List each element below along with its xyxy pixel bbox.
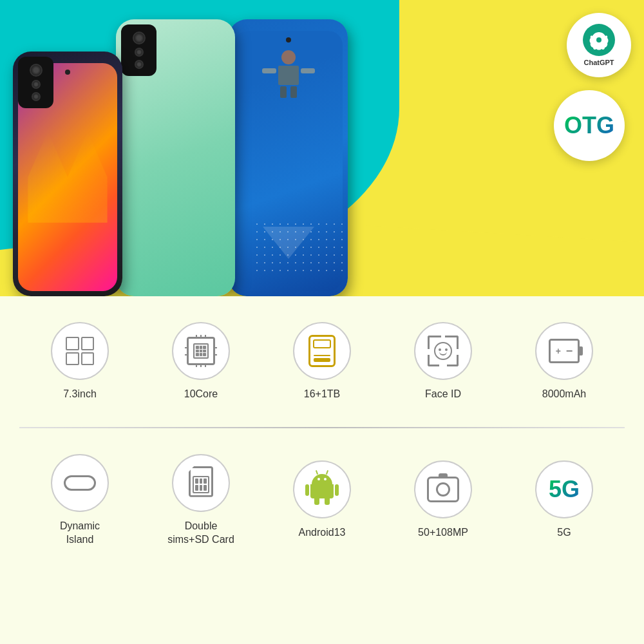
storage-mid-bar	[314, 355, 330, 356]
android-antenna-right	[326, 470, 328, 475]
screen-quad-bl	[66, 352, 79, 366]
char-legs	[280, 86, 297, 98]
phone-green	[116, 19, 235, 296]
core	[200, 346, 203, 349]
storage-label: 16+1TB	[304, 388, 340, 401]
camera-lens-3	[32, 92, 41, 101]
android-eye-left	[317, 478, 320, 480]
5g-icon: 5G	[549, 476, 580, 503]
sim-contact	[204, 478, 207, 484]
sim-contact	[200, 485, 203, 491]
char-leg-l	[280, 86, 287, 98]
pin	[196, 335, 197, 339]
char-arm-r	[301, 68, 315, 73]
android-arm-left	[305, 484, 309, 496]
cpu-pins-bottom	[194, 363, 208, 367]
feature-storage: 16+1TB	[261, 322, 383, 401]
phone-dark	[13, 52, 122, 296]
camera-lens-circle	[436, 482, 450, 497]
screen-size-label: 7.3inch	[63, 388, 97, 401]
otg-badge: OTG	[554, 90, 625, 161]
v-shape	[263, 227, 314, 259]
top-banner: ChatGPT OTG	[0, 0, 644, 296]
cpu-icon-circle	[172, 322, 230, 380]
chatgpt-label: ChatGPT	[583, 59, 614, 66]
features-row-2: Dynamic Island	[19, 441, 625, 560]
feature-double-sim: Double sims+SD Card	[140, 454, 261, 547]
camera-module-dark	[18, 57, 53, 108]
pin	[205, 335, 206, 339]
face-id-icon	[428, 336, 459, 366]
android-arm-right	[335, 484, 339, 496]
cpu-icon	[187, 337, 215, 365]
camera-lens-g3	[135, 60, 144, 69]
screen-size-icon	[66, 337, 94, 365]
storage-bottom-bar	[314, 358, 330, 362]
feature-cpu: 10Core	[140, 322, 261, 401]
sim-contact	[195, 485, 198, 491]
pin	[200, 335, 202, 339]
feature-android: Android13	[261, 460, 383, 540]
core	[200, 350, 203, 353]
svg-point-0	[596, 37, 601, 43]
pin	[213, 347, 217, 348]
feature-battery: + − 8000mAh	[504, 322, 625, 401]
storage-icon	[308, 335, 336, 367]
pin	[205, 363, 206, 367]
front-camera-dark	[65, 70, 70, 75]
android-eye-right	[324, 478, 327, 480]
phones-container	[0, 0, 438, 296]
android-leg-right	[325, 498, 330, 505]
feature-screen-size: 7.3inch	[19, 322, 140, 401]
cpu-pins-right	[213, 344, 217, 358]
screen-size-icon-circle	[51, 322, 109, 380]
core	[203, 350, 206, 353]
feature-face-id: Face ID	[383, 322, 504, 401]
face-circle	[434, 342, 452, 360]
storage-top-bar	[313, 339, 331, 348]
pin	[185, 354, 189, 355]
sim-contact	[195, 478, 198, 484]
pin	[213, 354, 217, 355]
android-label: Android13	[299, 526, 346, 540]
char-arm-l	[262, 68, 276, 73]
battery-label: 8000mAh	[542, 388, 587, 401]
screen-quad-br	[81, 352, 95, 366]
double-sim-label: Double sims+SD Card	[167, 520, 234, 547]
android-antenna-left	[316, 470, 318, 475]
sim-icon	[187, 466, 215, 500]
chatgpt-badge: ChatGPT	[567, 13, 631, 77]
row-divider	[19, 427, 625, 428]
sim-icon-circle	[172, 454, 230, 512]
char-body	[278, 66, 299, 85]
features-row-1: 7.3inch	[19, 309, 625, 414]
cpu-pins-top	[194, 335, 208, 339]
core	[196, 350, 199, 353]
camera-lens-2	[32, 80, 41, 89]
5g-icon-circle: 5G	[535, 460, 593, 518]
chatgpt-icon	[583, 24, 615, 56]
screen-quad-tl	[66, 337, 79, 350]
battery-icon: + −	[549, 339, 580, 363]
cpu-label: 10Core	[184, 388, 218, 401]
camera-label: 50+108MP	[418, 526, 468, 540]
phone-screen-blue	[234, 31, 343, 291]
android-legs	[314, 498, 330, 505]
front-camera-blue	[286, 37, 291, 43]
sim-contact	[200, 478, 203, 484]
camera-lens-1	[30, 64, 43, 77]
core	[200, 353, 203, 356]
face-id-icon-circle	[414, 322, 472, 380]
sim-contacts	[193, 476, 209, 493]
core	[203, 353, 206, 356]
pin	[196, 363, 197, 367]
core	[196, 353, 199, 356]
android-leg-left	[314, 498, 319, 505]
otg-label: OTG	[564, 112, 614, 139]
feature-dynamic-island: Dynamic Island	[19, 454, 140, 547]
sim-card	[189, 466, 213, 497]
camera-icon-circle	[414, 460, 472, 518]
screen-wave	[28, 131, 107, 223]
phone-blue	[229, 19, 348, 296]
camera-module-green	[121, 24, 156, 76]
